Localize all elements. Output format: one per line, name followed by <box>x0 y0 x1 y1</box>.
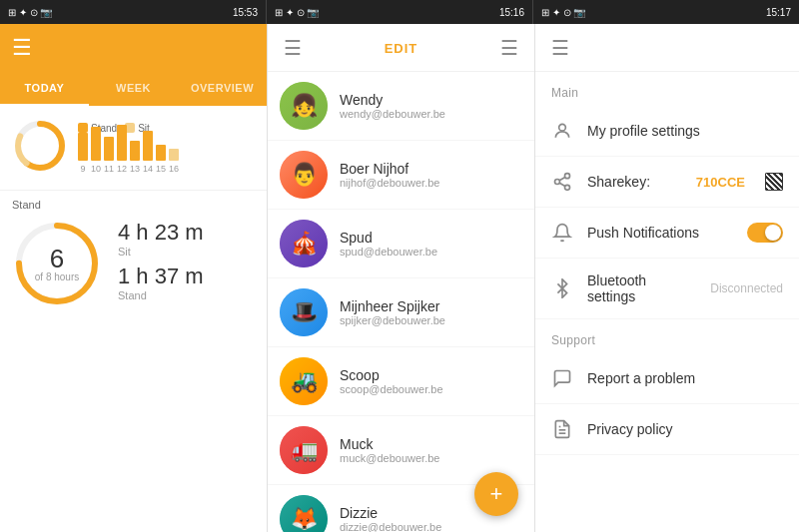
stand-time-block: 1 h 37 m Stand <box>118 264 204 301</box>
contact-email-spud: spud@debouwer.be <box>340 246 522 258</box>
settings-item-push[interactable]: Push Notifications <box>535 208 799 259</box>
tab-week[interactable]: WEEK <box>89 72 178 106</box>
avatar-spud: 🎪 <box>280 220 328 267</box>
edit-button[interactable]: EDIT <box>385 41 418 56</box>
contact-info-spud: Spud spud@debouwer.be <box>340 230 522 258</box>
bar-stand-0 <box>78 133 88 161</box>
contact-name-boer: Boer Nijhof <box>340 161 522 177</box>
bar-col-2: 11 <box>104 137 114 174</box>
status-bar-right: ⊞ ✦ ⊙ 📷 15:17 <box>533 0 799 24</box>
chart-area: Stand Sit 9 10 <box>0 106 267 191</box>
bar-col-0: 9 <box>78 133 88 174</box>
toggle-thumb <box>765 225 781 241</box>
tab-bar: TODAY WEEK OVERVIEW <box>0 72 267 106</box>
bar-label-4: 13 <box>130 164 140 174</box>
settings-label-bluetooth: Bluetooth settings <box>587 272 696 304</box>
svg-line-10 <box>559 177 565 180</box>
bar-label-1: 10 <box>91 164 101 174</box>
push-icon <box>551 222 573 244</box>
settings-item-profile[interactable]: My profile settings <box>535 106 799 157</box>
circle-sub: of 8 hours <box>35 271 79 282</box>
bar-col-7: 16 <box>169 149 179 174</box>
sharekey-badge: 710CCE <box>696 175 745 190</box>
stand-section: Stand 6 of 8 hours 4 h 23 m Sit <box>0 191 267 316</box>
contact-info-boer: Boer Nijhof nijhof@debouwer.be <box>340 161 522 189</box>
contact-item-wendy[interactable]: 👧 Wendy wendy@debouwer.be <box>268 72 534 141</box>
avatar-scoop: 🚜 <box>280 357 328 405</box>
bar-col-3: 12 <box>117 125 127 174</box>
contact-info-scoop: Scoop scoop@debouwer.be <box>340 367 522 395</box>
settings-item-bluetooth[interactable]: Bluetooth settings Disconnected <box>535 259 799 319</box>
status-icons-center: ⊞ ✦ ⊙ 📷 <box>275 7 319 18</box>
chart-legend: Stand Sit <box>78 123 255 134</box>
bar-label-6: 15 <box>156 164 166 174</box>
circle-text: 6 of 8 hours <box>35 246 79 282</box>
bar-stand-7 <box>169 149 179 161</box>
contact-name-mijnheer: Mijnheer Spijker <box>340 298 522 314</box>
status-bar-center: ⊞ ✦ ⊙ 📷 15:16 <box>266 0 533 24</box>
mid-options-icon[interactable]: ☰ <box>500 36 518 60</box>
settings-section-main: Main <box>535 72 799 106</box>
settings-item-sharekey[interactable]: Sharekey: 710CCE <box>535 157 799 208</box>
mid-top-bar: ☰ EDIT ☰ <box>268 24 534 72</box>
settings-label-profile: My profile settings <box>587 123 783 139</box>
avatar-boer: 👨 <box>280 151 328 199</box>
contact-email-boer: nijhof@debouwer.be <box>340 177 522 189</box>
tab-overview[interactable]: OVERVIEW <box>178 72 267 106</box>
bar-label-2: 11 <box>104 164 114 174</box>
contact-item-mijnheer[interactable]: 🎩 Mijnheer Spijker spijker@debouwer.be <box>268 278 534 347</box>
bar-stand-6 <box>156 145 166 161</box>
bar-chart-area: Stand Sit 9 10 <box>78 123 255 174</box>
sit-time-label: Sit <box>118 246 204 258</box>
bluetooth-status: Disconnected <box>710 281 783 295</box>
contact-item-spud[interactable]: 🎪 Spud spud@debouwer.be <box>268 210 534 278</box>
bar-col-6: 15 <box>156 145 166 174</box>
avatar-muck: 🚛 <box>280 426 328 474</box>
panel-settings: ☰ Main My profile settings <box>535 24 799 532</box>
bar-col-1: 10 <box>91 127 101 174</box>
bar-col-5: 14 <box>143 131 153 174</box>
stand-circle: 6 of 8 hours <box>12 219 102 308</box>
fab-add-contact[interactable]: + <box>474 472 518 516</box>
time-right: 15:17 <box>766 7 791 18</box>
contact-item-boer[interactable]: 👨 Boer Nijhof nijhof@debouwer.be <box>268 141 534 210</box>
bar-stand-1 <box>91 127 101 161</box>
status-bar-left: ⊞ ✦ ⊙ 📷 15:53 <box>0 0 266 24</box>
left-top-bar: ☰ <box>0 24 267 72</box>
time-center: 15:16 <box>499 7 524 18</box>
settings-label-sharekey: Sharekey: <box>587 174 682 190</box>
contact-item-scoop[interactable]: 🚜 Scoop scoop@debouwer.be <box>268 347 534 416</box>
push-toggle[interactable] <box>747 223 783 243</box>
settings-item-privacy[interactable]: Privacy policy <box>535 404 799 455</box>
settings-item-report[interactable]: Report a problem <box>535 353 799 404</box>
privacy-icon <box>551 418 573 440</box>
svg-point-5 <box>559 124 566 131</box>
bar-label-3: 12 <box>117 164 127 174</box>
settings-label-report: Report a problem <box>587 370 783 386</box>
donut-chart <box>12 118 68 178</box>
settings-list: Main My profile settings Sharekey: <box>535 72 799 532</box>
bar-stand-3 <box>117 125 127 161</box>
right-top-bar: ☰ <box>535 24 799 72</box>
bar-label-7: 16 <box>169 164 179 174</box>
tab-today[interactable]: TODAY <box>0 72 89 106</box>
svg-point-7 <box>555 180 560 185</box>
stand-time-label: Stand <box>118 289 204 301</box>
time-left: 15:53 <box>233 7 258 18</box>
avatar-wendy: 👧 <box>280 82 328 130</box>
svg-point-6 <box>565 174 570 179</box>
stand-content: 6 of 8 hours 4 h 23 m Sit 1 h 37 m Stand <box>12 219 255 308</box>
contact-name-scoop: Scoop <box>340 367 522 383</box>
contact-info-wendy: Wendy wendy@debouwer.be <box>340 92 522 120</box>
mid-menu-icon[interactable]: ☰ <box>284 36 302 60</box>
sharekey-icon <box>551 171 573 193</box>
status-icons-left: ⊞ ✦ ⊙ 📷 <box>8 7 52 18</box>
settings-section-support: Support <box>535 319 799 353</box>
contact-info-mijnheer: Mijnheer Spijker spijker@debouwer.be <box>340 298 522 326</box>
contact-info-muck: Muck muck@debouwer.be <box>340 436 522 464</box>
settings-label-privacy: Privacy policy <box>587 421 783 437</box>
panel-contacts: ☰ EDIT ☰ 👧 Wendy wendy@debouwer.be 👨 <box>268 24 535 532</box>
contact-name-wendy: Wendy <box>340 92 522 108</box>
right-menu-icon[interactable]: ☰ <box>551 36 569 60</box>
left-menu-icon[interactable]: ☰ <box>12 35 32 61</box>
